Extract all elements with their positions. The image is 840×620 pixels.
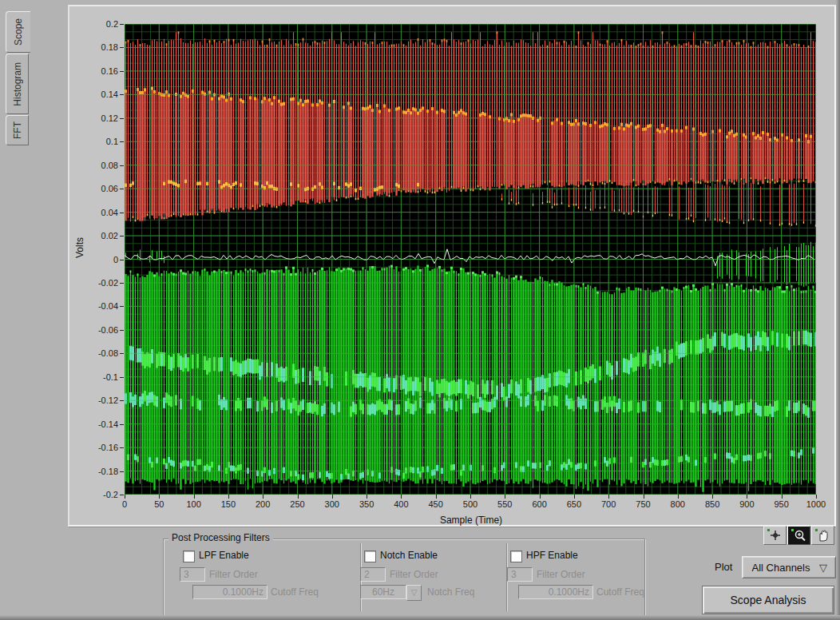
y-tick-label: 0.08	[72, 160, 118, 171]
tab-scope[interactable]: Scope	[6, 11, 30, 53]
y-axis-title: Volts	[74, 232, 85, 264]
y-tick-label: 0.16	[72, 66, 118, 77]
chevron-down-icon: ▽	[819, 562, 835, 574]
plot-selector-label: Plot	[715, 561, 732, 573]
notch-freq-field[interactable]: 60Hz	[360, 585, 406, 599]
notch-filter-order-label: Filter Order	[390, 569, 438, 580]
x-tick-mark	[574, 495, 575, 499]
y-tick-mark	[120, 213, 124, 213]
x-tick-mark	[644, 495, 644, 499]
x-tick-mark	[228, 495, 229, 499]
x-tick-label: 600	[522, 499, 557, 510]
plot-channel-value: All Channels	[743, 562, 819, 574]
x-tick-label: 150	[211, 499, 246, 510]
notch-freq-dropdown-button[interactable]: ▽	[406, 585, 422, 601]
cursor-tool-button[interactable]	[763, 526, 787, 545]
x-tick-label: 350	[349, 499, 384, 510]
lpf-filter-order-field[interactable]: 3	[180, 567, 205, 582]
lpf-filter-order-label: Filter Order	[209, 569, 258, 580]
x-tick-label: 1000	[798, 499, 834, 510]
zoom-tool-button[interactable]	[787, 526, 810, 545]
x-tick-mark	[816, 495, 817, 499]
window-edge-bottom	[0, 615, 840, 620]
window-edge-right	[836, 0, 840, 620]
y-tick-mark	[120, 471, 124, 472]
x-tick-mark	[470, 495, 471, 499]
x-tick-label: 300	[315, 499, 350, 510]
y-tick-mark	[120, 495, 124, 495]
notch-enable-checkbox[interactable]	[364, 550, 376, 562]
x-tick-mark	[608, 495, 609, 499]
x-tick-label: 50	[141, 499, 176, 510]
y-tick-label: 0.06	[72, 183, 118, 194]
y-tick-label: -0.08	[72, 348, 118, 359]
plot-channel-dropdown[interactable]: All Channels ▽	[742, 556, 836, 578]
y-tick-mark	[120, 424, 124, 425]
x-tick-mark	[194, 495, 195, 499]
x-tick-mark	[125, 495, 125, 499]
y-tick-mark	[120, 283, 124, 284]
y-tick-label: 0.1	[72, 136, 118, 147]
hpf-filter-order-label: Filter Order	[537, 569, 585, 580]
hpf-cutoff-freq-field[interactable]: 0.1000Hz	[518, 585, 593, 599]
y-tick-mark	[120, 94, 124, 95]
x-tick-mark	[678, 495, 679, 499]
x-tick-label: 900	[729, 499, 764, 510]
y-tick-label: 0.18	[72, 42, 118, 53]
hpf-filter-order-field[interactable]: 3	[507, 567, 533, 582]
notch-freq-label: Notch Freq	[427, 586, 474, 598]
x-tick-label: 500	[453, 499, 488, 510]
pan-tool-button[interactable]	[811, 526, 834, 545]
scope-window: Scope Histogram FFT 0.20.180.160.140.120…	[0, 0, 840, 620]
hand-icon	[814, 528, 832, 542]
x-tick-label: 650	[557, 499, 592, 510]
lpf-cutoff-freq-label: Cutoff Freq	[271, 586, 319, 598]
x-tick-mark	[263, 495, 263, 499]
tab-fft-label: FFT	[12, 121, 23, 139]
y-tick-label: 0.04	[72, 207, 118, 218]
lpf-enable-label: LPF Enable	[199, 550, 249, 561]
x-tick-label: 750	[626, 499, 661, 510]
x-tick-mark	[401, 495, 402, 499]
scope-analysis-button[interactable]: Scope Analysis	[702, 586, 834, 614]
chevron-down-icon: ▽	[411, 588, 418, 597]
lpf-cutoff-freq-field[interactable]: 0.1000Hz	[192, 585, 267, 599]
y-tick-mark	[120, 71, 124, 72]
y-tick-mark	[120, 353, 124, 354]
hpf-enable-label: HPF Enable	[526, 550, 578, 561]
y-tick-mark	[120, 447, 124, 448]
tab-scope-label: Scope	[13, 18, 24, 46]
x-tick-label: 700	[591, 499, 626, 510]
tab-histogram[interactable]: Histogram	[6, 54, 29, 114]
y-tick-label: -0.18	[72, 466, 118, 477]
y-tick-label: 0.14	[72, 89, 118, 100]
x-tick-label: 0	[107, 499, 142, 510]
notch-filter-order-field[interactable]: 2	[360, 567, 386, 582]
x-tick-label: 550	[487, 499, 522, 510]
y-tick-label: 0.2	[72, 18, 118, 30]
x-tick-label: 200	[245, 499, 280, 510]
waveform-plot-area[interactable]	[125, 24, 816, 495]
lpf-enable-checkbox[interactable]	[183, 550, 195, 562]
tab-fft[interactable]: FFT	[6, 115, 29, 145]
x-axis-title: Sample (Time)	[415, 515, 527, 526]
x-tick-label: 250	[280, 499, 315, 510]
x-tick-mark	[747, 495, 747, 499]
x-tick-label: 850	[695, 499, 730, 510]
x-tick-mark	[540, 495, 541, 499]
x-tick-label: 400	[383, 499, 418, 510]
x-tick-label: 800	[660, 499, 695, 510]
x-tick-label: 950	[764, 499, 799, 510]
y-tick-mark	[120, 330, 124, 331]
hpf-enable-checkbox[interactable]	[510, 550, 522, 562]
x-tick-label: 450	[418, 499, 454, 510]
group-box-label: Post Processing Filters	[168, 532, 273, 543]
y-tick-label: -0.02	[72, 277, 118, 288]
y-tick-mark	[120, 189, 124, 189]
y-tick-label: -0.12	[72, 395, 118, 406]
y-tick-label: -0.14	[72, 419, 118, 430]
y-tick-label: 0.12	[72, 113, 118, 124]
grid-major-overlay	[125, 24, 816, 495]
y-tick-mark	[120, 236, 124, 236]
y-tick-mark	[120, 377, 124, 378]
